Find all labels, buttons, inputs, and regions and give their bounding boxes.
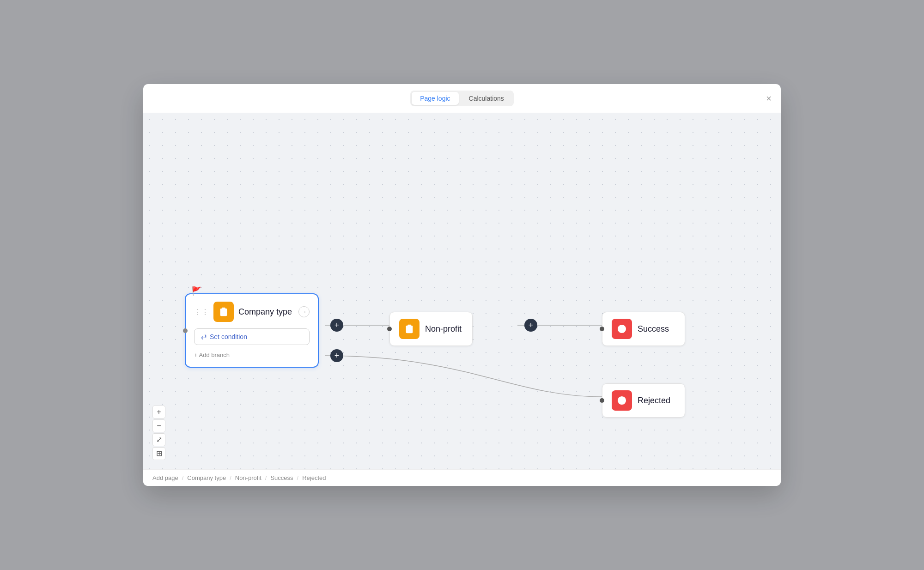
non-profit-left-dot	[387, 327, 392, 331]
breadcrumb-non-profit[interactable]: Non-profit	[235, 474, 261, 481]
modal: Page logic Calculations × 🚩 ⋮⋮	[143, 84, 781, 486]
modal-header: Page logic Calculations ×	[143, 84, 781, 113]
add-branch-button[interactable]: + Add branch	[194, 351, 230, 359]
svg-rect-5	[407, 325, 411, 327]
left-connector-dot	[183, 328, 188, 333]
bottom-bar: Add page / Company type / Non-profit / S…	[143, 469, 781, 486]
rejected-node[interactable]: Rejected	[602, 383, 685, 418]
add-node-after-company-type-bottom[interactable]: +	[330, 349, 343, 362]
fit-screen-button[interactable]: ⤢	[152, 433, 165, 446]
success-icon	[612, 319, 632, 339]
rejected-left-dot	[600, 398, 604, 403]
grid-button[interactable]: ⊞	[152, 447, 165, 460]
non-profit-icon	[399, 319, 419, 339]
svg-rect-2	[222, 308, 225, 309]
tab-group: Page logic Calculations	[410, 91, 514, 106]
rejected-icon	[612, 390, 632, 411]
zoom-controls: + − ⤢ ⊞	[152, 406, 165, 460]
canvas-area: 🚩 ⋮⋮ Company type → ⇄	[143, 113, 781, 469]
flag-icon: 🚩	[191, 286, 201, 296]
breadcrumb-rejected[interactable]: Rejected	[302, 474, 326, 481]
close-button[interactable]: ×	[764, 92, 773, 105]
tab-page-logic[interactable]: Page logic	[412, 92, 458, 105]
zoom-in-button[interactable]: +	[152, 406, 165, 418]
breadcrumb-company-type[interactable]: Company type	[187, 474, 226, 481]
svg-point-13	[621, 400, 623, 401]
success-label: Success	[638, 324, 669, 334]
modal-overlay: Page logic Calculations × 🚩 ⋮⋮	[0, 0, 924, 570]
rejected-label: Rejected	[638, 396, 670, 406]
success-left-dot	[600, 327, 604, 331]
non-profit-node[interactable]: Non-profit	[389, 312, 473, 346]
company-type-icon	[213, 302, 234, 322]
navigate-icon[interactable]: →	[298, 306, 310, 317]
company-type-header: ⋮⋮ Company type →	[194, 302, 310, 322]
connectors-svg	[143, 113, 781, 469]
non-profit-label: Non-profit	[425, 324, 462, 334]
set-condition-button[interactable]: ⇄ Set condition	[194, 328, 310, 345]
breadcrumb-add-page[interactable]: Add page	[152, 474, 178, 481]
breadcrumb-success[interactable]: Success	[270, 474, 293, 481]
add-node-after-non-profit[interactable]: +	[524, 319, 537, 332]
company-type-title: Company type	[238, 307, 294, 317]
set-condition-label: Set condition	[210, 333, 247, 340]
svg-point-10	[621, 328, 623, 330]
tab-calculations[interactable]: Calculations	[461, 92, 512, 105]
drag-handle-icon: ⋮⋮	[194, 308, 209, 316]
company-type-node[interactable]: 🚩 ⋮⋮ Company type → ⇄	[185, 293, 319, 368]
condition-icon: ⇄	[201, 333, 207, 341]
add-node-after-company-type-top[interactable]: +	[330, 319, 343, 332]
success-node[interactable]: Success	[602, 312, 685, 346]
zoom-out-button[interactable]: −	[152, 419, 165, 432]
